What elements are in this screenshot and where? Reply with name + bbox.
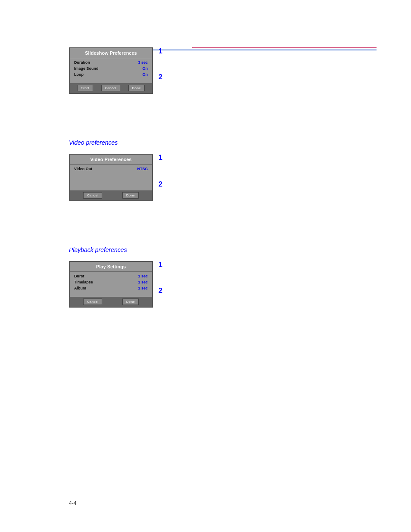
- slideshow-screenshot-wrapper: 1 Slideshow Preferences Duration 3 sec I…: [69, 47, 153, 94]
- slideshow-rows: Duration 3 sec Image Sound On Loop On: [70, 58, 152, 79]
- slideshow-bottom-bar: Start Cancel Done: [70, 83, 152, 93]
- video-spacer: [70, 186, 152, 190]
- playback-section: Playback preferences 1 Play Settings Bur…: [69, 246, 377, 329]
- video-section: Video preferences 1 Video Preferences Vi…: [69, 139, 377, 223]
- playback-val-0: 1 sec: [138, 274, 148, 278]
- video-title: Video Preferences: [70, 155, 152, 165]
- playback-row-0: Burst 1 sec: [70, 273, 152, 279]
- slideshow-row-0: Duration 3 sec: [70, 59, 152, 65]
- video-screenshot-wrapper: 1 Video Preferences Video Out NTSC Cance…: [69, 154, 153, 201]
- playback-title: Play Settings: [70, 262, 152, 272]
- video-bottom-bar: Cancel Done: [70, 190, 152, 200]
- slideshow-num1: 1: [159, 47, 162, 55]
- slideshow-row-2: Loop On: [70, 72, 152, 78]
- video-key-0: Video Out: [74, 167, 92, 171]
- video-label[interactable]: Video preferences: [69, 139, 377, 146]
- page-container: 1 Slideshow Preferences Duration 3 sec I…: [0, 0, 411, 532]
- playback-val-1: 1 sec: [138, 280, 148, 284]
- slideshow-title: Slideshow Preferences: [70, 48, 152, 58]
- video-num2: 2: [159, 180, 162, 188]
- slideshow-key-1: Image Sound: [74, 66, 99, 71]
- slideshow-spacer: [70, 79, 152, 83]
- slideshow-cancel-btn[interactable]: Cancel: [101, 85, 120, 91]
- video-rows: Video Out NTSC: [70, 165, 152, 173]
- slideshow-num2: 2: [159, 73, 162, 81]
- video-val-0: NTSC: [137, 167, 148, 171]
- playback-ui: Play Settings Burst 1 sec Timelapse 1 se…: [69, 261, 153, 308]
- playback-label[interactable]: Playback preferences: [69, 246, 377, 253]
- slideshow-val-2: On: [143, 72, 148, 77]
- playback-row-1: Timelapse 1 sec: [70, 279, 152, 285]
- playback-key-2: Album: [74, 286, 86, 290]
- slideshow-done-btn[interactable]: Done: [128, 85, 145, 91]
- playback-cancel-btn[interactable]: Cancel: [83, 299, 102, 305]
- video-done-btn[interactable]: Done: [122, 192, 139, 199]
- playback-num1: 1: [159, 261, 162, 269]
- playback-key-0: Burst: [74, 274, 84, 278]
- playback-rows: Burst 1 sec Timelapse 1 sec Album 1 sec: [70, 272, 152, 292]
- playback-row-2: Album 1 sec: [70, 285, 152, 291]
- playback-key-1: Timelapse: [74, 280, 93, 284]
- video-cancel-btn[interactable]: Cancel: [83, 192, 102, 199]
- slideshow-section: 1 Slideshow Preferences Duration 3 sec I…: [69, 47, 377, 115]
- slideshow-val-1: On: [143, 66, 148, 71]
- header-line-pink: [192, 47, 377, 48]
- slideshow-start-btn[interactable]: Start: [77, 85, 93, 91]
- playback-spacer: [70, 292, 152, 297]
- video-extra-space: [70, 173, 152, 186]
- playback-val-2: 1 sec: [138, 286, 148, 290]
- video-row-0: Video Out NTSC: [70, 166, 152, 172]
- playback-bottom-bar: Cancel Done: [70, 297, 152, 307]
- slideshow-key-2: Loop: [74, 72, 84, 77]
- slideshow-ui: Slideshow Preferences Duration 3 sec Ima…: [69, 47, 153, 94]
- video-num1: 1: [159, 154, 162, 162]
- playback-done-btn[interactable]: Done: [122, 299, 139, 305]
- playback-screenshot-wrapper: 1 Play Settings Burst 1 sec Timelapse 1 …: [69, 261, 153, 308]
- slideshow-row-1: Image Sound On: [70, 65, 152, 72]
- page-number: 4-4: [69, 500, 76, 506]
- slideshow-val-0: 3 sec: [138, 60, 148, 65]
- slideshow-key-0: Duration: [74, 60, 90, 65]
- video-ui: Video Preferences Video Out NTSC Cancel …: [69, 154, 153, 201]
- playback-num2: 2: [159, 287, 162, 295]
